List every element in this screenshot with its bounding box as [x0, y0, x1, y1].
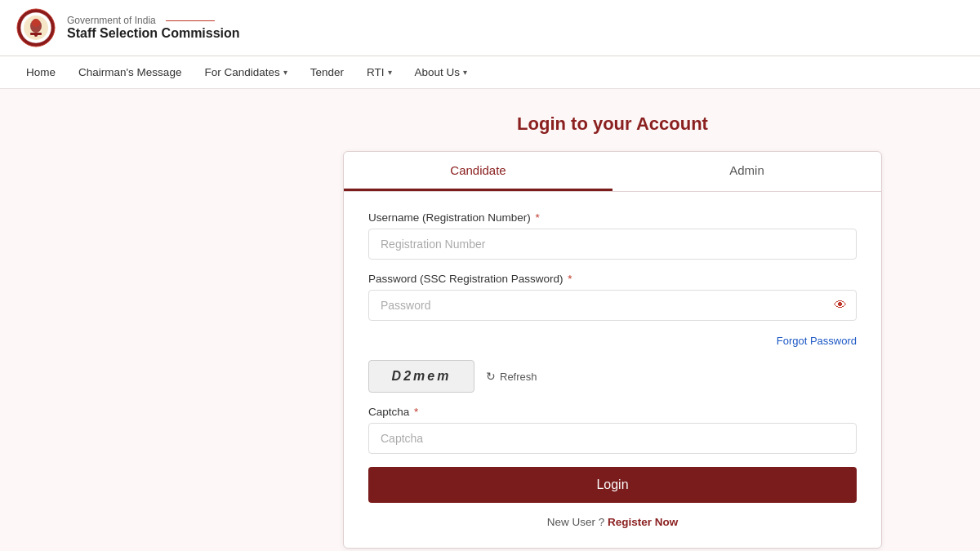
login-card: Candidate Admin Username (Registration N…: [343, 151, 882, 549]
tab-candidate[interactable]: Candidate: [344, 152, 612, 191]
forgot-password-anchor[interactable]: Forgot Password: [777, 335, 857, 347]
username-label: Username (Registration Number) *: [368, 211, 857, 224]
captcha-input[interactable]: [368, 423, 857, 454]
refresh-captcha-button[interactable]: ↻ Refresh: [486, 370, 537, 383]
main-navbar: Home Chairman's Message For Candidates ▾…: [0, 56, 980, 89]
login-form: Username (Registration Number) * Passwor…: [344, 211, 881, 528]
svg-point-6: [34, 33, 38, 37]
nav-chairmans-message[interactable]: Chairman's Message: [69, 60, 191, 85]
forgot-password-link: Forgot Password: [368, 334, 857, 347]
login-button[interactable]: Login: [368, 467, 857, 503]
login-title: Login to your Account: [343, 113, 882, 135]
captcha-image: D2mem: [368, 360, 474, 393]
register-now-link[interactable]: Register Now: [608, 516, 678, 528]
login-tabs: Candidate Admin: [344, 152, 881, 192]
tab-admin[interactable]: Admin: [612, 152, 881, 191]
nav-tender[interactable]: Tender: [301, 60, 354, 85]
password-input[interactable]: [368, 290, 857, 321]
nav-rti[interactable]: RTI ▾: [357, 60, 402, 85]
captcha-label: Captcha *: [368, 406, 857, 418]
username-required: *: [536, 211, 540, 224]
org-label: Staff Selection Commission: [67, 26, 240, 41]
password-wrapper: 👁: [368, 290, 857, 321]
svg-point-4: [32, 19, 40, 27]
password-required: *: [568, 273, 572, 285]
username-group: Username (Registration Number) *: [368, 211, 857, 260]
captcha-input-group: Captcha *: [368, 406, 857, 454]
nav-about-us[interactable]: About Us ▾: [405, 60, 478, 85]
refresh-icon: ↻: [486, 370, 496, 383]
main-content: Login to your Account Candidate Admin Us…: [0, 89, 980, 551]
login-section: Login to your Account Candidate Admin Us…: [343, 113, 882, 549]
for-candidates-chevron-icon: ▾: [283, 68, 287, 77]
logo-emblem: [16, 8, 56, 47]
eye-icon[interactable]: 👁: [834, 298, 847, 313]
nav-home[interactable]: Home: [16, 60, 65, 85]
header-text: Government of India Staff Selection Comm…: [67, 15, 240, 41]
captcha-required: *: [414, 406, 418, 418]
rti-chevron-icon: ▾: [388, 68, 392, 77]
gov-label: Government of India: [67, 15, 240, 26]
register-row: New User ? Register Now: [368, 516, 857, 528]
username-input[interactable]: [368, 229, 857, 260]
password-label: Password (SSC Registration Password) *: [368, 273, 857, 285]
nav-for-candidates[interactable]: For Candidates ▾: [194, 60, 296, 85]
captcha-display-row: D2mem ↻ Refresh: [368, 360, 857, 393]
about-us-chevron-icon: ▾: [463, 68, 467, 77]
site-header: Government of India Staff Selection Comm…: [0, 0, 980, 56]
password-group: Password (SSC Registration Password) * 👁: [368, 273, 857, 321]
